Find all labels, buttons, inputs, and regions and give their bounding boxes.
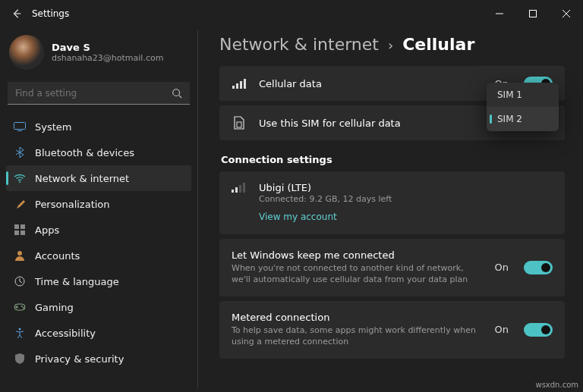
svg-rect-16 (240, 81, 242, 89)
metered-desc: To help save data, some apps might work … (232, 325, 483, 348)
nav-personalization[interactable]: Personalization (6, 191, 191, 217)
accessibility-icon (14, 327, 26, 339)
minimize-icon (496, 10, 503, 17)
metered-title: Metered connection (232, 312, 483, 323)
nav-label: Accounts (35, 250, 80, 262)
svg-rect-22 (239, 185, 241, 193)
metered-state: On (495, 324, 509, 335)
nav-time[interactable]: Time & language (6, 268, 191, 294)
wifi-icon (14, 172, 26, 184)
svg-point-8 (17, 251, 22, 256)
svg-point-13 (19, 328, 21, 331)
window-title: Settings (32, 8, 69, 19)
keep-connected-toggle[interactable] (524, 261, 553, 274)
svg-rect-14 (232, 86, 235, 89)
sim-option-1[interactable]: SIM 1 (487, 83, 559, 107)
signal-icon (232, 78, 247, 89)
titlebar: Settings (0, 0, 583, 27)
breadcrumb: Network & internet › Cellular (219, 35, 565, 54)
svg-rect-17 (244, 79, 246, 89)
view-account-link[interactable]: View my account (259, 212, 337, 222)
nav-label: Network & internet (35, 173, 129, 184)
sim-option-2[interactable]: SIM 2 (487, 107, 559, 131)
signal-weak-icon (232, 182, 247, 193)
maximize-button[interactable] (516, 2, 550, 25)
profile-name: Dave S (52, 42, 163, 53)
nav-label: Personalization (35, 199, 110, 210)
sidebar: Dave S dshanaha23@hotmail.com System Blu… (0, 27, 197, 392)
keep-connected-row[interactable]: Let Windows keep me connected When you'r… (219, 239, 565, 296)
svg-rect-18 (237, 122, 241, 127)
breadcrumb-separator: › (388, 37, 393, 53)
nav-accounts[interactable]: Accounts (6, 243, 191, 268)
operator-card[interactable]: Ubigi (LTE) Connected: 9.2 GB, 12 days l… (219, 171, 565, 234)
nav-accessibility[interactable]: Accessibility (6, 320, 191, 346)
svg-point-1 (173, 89, 180, 96)
search-icon (172, 88, 182, 99)
nav-label: Privacy & security (35, 353, 124, 365)
operator-name: Ubigi (LTE) (259, 182, 392, 193)
svg-point-12 (23, 307, 24, 309)
nav-label: Gaming (35, 302, 74, 313)
svg-rect-15 (236, 83, 238, 89)
svg-rect-0 (530, 11, 537, 17)
maximize-icon (529, 10, 537, 17)
keep-connected-state: On (495, 262, 509, 273)
metered-toggle[interactable] (524, 323, 553, 337)
profile-block[interactable]: Dave S dshanaha23@hotmail.com (6, 32, 191, 80)
main-content: Network & internet › Cellular Cellular d… (198, 27, 583, 392)
minimize-button[interactable] (483, 2, 516, 25)
nav-network[interactable]: Network & internet (6, 165, 191, 191)
nav-label: Bluetooth & devices (35, 147, 134, 158)
apps-icon (14, 224, 26, 236)
nav-system[interactable]: System (6, 114, 191, 140)
breadcrumb-current: Cellular (402, 35, 474, 54)
nav-apps[interactable]: Apps (6, 217, 191, 243)
avatar (9, 35, 44, 70)
connection-settings-heading: Connection settings (221, 154, 565, 165)
bluetooth-icon (14, 146, 26, 158)
nav-label: Accessibility (35, 328, 96, 339)
system-icon (14, 121, 26, 133)
nav-label: Time & language (35, 276, 119, 287)
close-icon (563, 10, 570, 17)
watermark: wsxdn.com (535, 381, 578, 389)
nav-gaming[interactable]: Gaming (6, 294, 191, 320)
keep-connected-desc: When you're not connected to another kin… (232, 262, 483, 286)
brush-icon (14, 198, 26, 210)
clock-icon (14, 275, 26, 287)
svg-rect-5 (20, 224, 25, 229)
svg-rect-6 (14, 230, 19, 235)
nav-label: Apps (35, 224, 59, 236)
svg-rect-20 (232, 190, 234, 193)
gaming-icon (14, 301, 26, 313)
svg-rect-21 (235, 187, 238, 193)
shield-icon (14, 353, 26, 365)
nav-privacy[interactable]: Privacy & security (6, 346, 191, 372)
search-input[interactable] (8, 82, 190, 105)
nav-bluetooth[interactable]: Bluetooth & devices (6, 140, 191, 165)
metered-row[interactable]: Metered connection To help save data, so… (219, 301, 565, 359)
back-button[interactable] (6, 3, 27, 24)
keep-connected-title: Let Windows keep me connected (232, 249, 483, 261)
search-wrap (8, 82, 190, 105)
profile-email: dshanaha23@hotmail.com (52, 53, 163, 63)
person-icon (14, 249, 26, 262)
svg-point-11 (21, 306, 23, 307)
svg-rect-4 (14, 224, 19, 229)
arrow-left-icon (11, 8, 22, 19)
breadcrumb-parent[interactable]: Network & internet (219, 35, 379, 54)
nav-list: System Bluetooth & devices Network & int… (6, 114, 191, 392)
sim-select-row[interactable]: Use this SIM for cellular data SIM 1 SIM… (219, 105, 565, 140)
sim-dropdown: SIM 1 SIM 2 (487, 83, 559, 131)
close-button[interactable] (550, 2, 583, 25)
sim-icon (232, 116, 247, 130)
svg-rect-7 (20, 230, 25, 235)
svg-rect-23 (243, 183, 245, 193)
cellular-data-label: Cellular data (259, 78, 483, 89)
svg-rect-2 (14, 123, 26, 130)
operator-status: Connected: 9.2 GB, 12 days left (259, 194, 392, 204)
svg-point-3 (19, 181, 20, 183)
nav-label: System (35, 121, 71, 133)
